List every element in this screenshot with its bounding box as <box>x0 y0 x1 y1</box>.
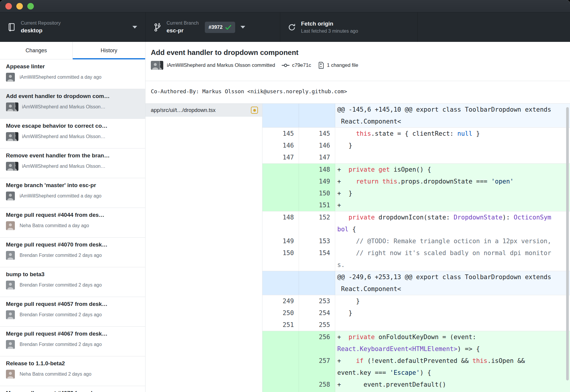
avatar-stack <box>6 162 18 171</box>
sync-icon <box>287 23 296 31</box>
avatar-stack <box>6 102 18 112</box>
tab-bar: Changes History <box>0 42 145 59</box>
commit-item-title: Move escape behavior to correct co… <box>6 123 139 129</box>
commit-item-title: Merge pull request #4057 from desk… <box>6 301 139 307</box>
commit-item-byline: Brendan Forster committed 2 days ago <box>6 310 139 320</box>
diff-old-line-number: 146 <box>262 140 299 151</box>
chevron-down-icon <box>240 26 245 29</box>
window-titlebar[interactable] <box>0 0 570 12</box>
diff-new-line-number: 148 <box>299 164 335 176</box>
commit-item-byline: Brendan Forster committed 2 days ago <box>6 340 139 349</box>
commit-list-item[interactable]: Appease linteriAmWillShepherd committed … <box>0 59 145 89</box>
minimize-button[interactable] <box>16 3 23 10</box>
diff-new-line-number: 145 <box>299 128 335 140</box>
pull-request-number: #3972 <box>209 24 223 30</box>
diff-new-line-number: 146 <box>299 140 335 151</box>
diff-line-context: 251255 <box>262 319 570 331</box>
close-button[interactable] <box>5 3 12 10</box>
commit-item-byline-text: iAmWillShepherd and Markus Olsson… <box>22 104 105 110</box>
commit-item-byline-text: Brendan Forster committed 2 days ago <box>20 312 102 317</box>
commit-item-byline: iAmWillShepherd and Markus Olsson… <box>6 162 139 171</box>
maximize-button[interactable] <box>27 3 34 10</box>
diff-old-line-number: 251 <box>262 319 299 331</box>
tab-history[interactable]: History <box>73 42 145 59</box>
avatar <box>6 192 15 200</box>
diff-old-line-number: 145 <box>262 128 299 140</box>
avatar <box>6 310 15 319</box>
commit-title: Add event handler to dropdown component <box>151 48 570 57</box>
diff-line-context: 146146 } <box>262 140 570 151</box>
app-window: Current Repository desktop Current Branc… <box>0 0 570 392</box>
commit-list-item[interactable]: Merge pull request #4072 from de… <box>0 386 145 392</box>
diff-code: // right now it's scaled badly on normal… <box>335 247 570 271</box>
avatar <box>6 162 15 171</box>
diff-old-line-number <box>262 199 299 211</box>
pull-request-badge[interactable]: #3972 <box>205 22 235 33</box>
avatar <box>6 251 15 260</box>
diff-code: } <box>335 307 570 319</box>
commit-item-byline-text: iAmWillShepherd and Markus Olsson… <box>22 164 105 169</box>
toolbar-filler <box>418 12 570 42</box>
diff-code: } <box>335 140 570 151</box>
diff-new-line-number: 256 <box>299 331 335 355</box>
diff-code: + this.props.onDropdownStateChanged('clo… <box>335 391 570 392</box>
commit-list-item[interactable]: Move escape behavior to correct co…iAmWi… <box>0 119 145 148</box>
changed-files-list: app/src/ui/t…/dropdown.tsx <box>145 104 262 392</box>
commit-item-title: Merge pull request #4072 from de… <box>6 390 139 392</box>
diff-hunk-header: @@ -249,6 +253,13 @@ export class Toolba… <box>262 271 570 295</box>
avatar-stack <box>6 251 16 260</box>
diff-code: @@ -249,6 +253,13 @@ export class Toolba… <box>335 271 570 295</box>
avatar <box>6 132 15 141</box>
tab-changes[interactable]: Changes <box>0 42 73 59</box>
commit-item-byline-text: Neha Batra committed 2 days ago <box>20 372 91 377</box>
commit-list-item[interactable]: Merge pull request #4067 from desk…Brend… <box>0 327 145 356</box>
diff-old-line-number <box>262 271 299 295</box>
diff-old-line-number <box>262 187 299 199</box>
avatar <box>6 221 15 230</box>
diff-line-added: 150+ } <box>262 187 570 199</box>
fetch-origin-title: Fetch origin <box>301 20 358 27</box>
file-diff-icon <box>318 62 324 69</box>
changed-file-row[interactable]: app/src/ui/t…/dropdown.tsx <box>145 104 262 117</box>
commit-item-byline-text: iAmWillShepherd committed a day ago <box>20 75 102 80</box>
commit-list-item[interactable]: bump to beta3Brendan Forster committed 2… <box>0 267 145 297</box>
commit-item-byline-text: Brendan Forster committed 2 days ago <box>20 282 102 288</box>
avatar <box>151 61 160 70</box>
commit-list-item[interactable]: Release to 1.1.0-beta2Neha Batra committ… <box>0 356 145 386</box>
commit-item-byline: Neha Batra committed a day ago <box>6 221 139 230</box>
diff-new-line-number: 153 <box>299 235 335 247</box>
avatar-stack <box>6 221 16 230</box>
avatar <box>6 102 15 111</box>
diff-line-added: 259+ this.props.onDropdownStateChanged('… <box>262 391 570 392</box>
diff-new-line-number: 255 <box>299 319 335 331</box>
commit-item-byline: iAmWillShepherd and Markus Olsson… <box>6 132 139 141</box>
commit-sha[interactable]: c79e71c <box>292 62 311 68</box>
commit-list-item[interactable]: Remove event handler from the bran…iAmWi… <box>0 148 145 178</box>
commit-item-byline-text: Brendan Forster committed 2 days ago <box>20 342 102 347</box>
commit-list-item[interactable]: Merge branch 'master' into esc-priAmWill… <box>0 178 145 208</box>
commit-list-item[interactable]: Merge pull request #4070 from desk…Brend… <box>0 238 145 267</box>
commit-item-byline: iAmWillShepherd committed a day ago <box>6 72 139 82</box>
scrollbar[interactable] <box>566 107 569 380</box>
toolbar: Current Repository desktop Current Branc… <box>0 12 570 42</box>
diff-new-line-number: 154 <box>299 247 335 271</box>
commit-list-item[interactable]: Add event handler to dropdown com…iAmWil… <box>0 89 145 119</box>
commit-item-byline: Neha Batra committed 2 days ago <box>6 369 139 379</box>
avatar <box>6 340 15 349</box>
commit-list-item[interactable]: Merge pull request #4044 from des…Neha B… <box>0 208 145 238</box>
chevron-down-icon <box>132 26 137 29</box>
diff-line-added: 258+ event.preventDefault() <box>262 379 570 391</box>
diff-code: @@ -145,6 +145,10 @@ export class Toolba… <box>335 104 570 127</box>
diff-old-line-number <box>262 331 299 355</box>
diff-code: + if (!event.defaultPrevented && this.is… <box>335 355 570 379</box>
diff-old-line-number <box>262 164 299 176</box>
current-branch-button[interactable]: Current Branch esc-pr #3972 <box>146 12 280 42</box>
current-repository-button[interactable]: Current Repository desktop <box>0 12 146 42</box>
diff-code: } <box>335 295 570 307</box>
fetch-origin-button[interactable]: Fetch origin Last fetched 3 minutes ago <box>280 12 418 42</box>
commit-item-title: Release to 1.1.0-beta2 <box>6 360 139 367</box>
commit-item-byline-text: iAmWillShepherd and Markus Olsson… <box>22 134 105 139</box>
diff-line-added: 256+ private onFoldoutKeyDown = (event:R… <box>262 331 570 355</box>
check-icon <box>225 25 231 30</box>
commit-list-item[interactable]: Merge pull request #4057 from desk…Brend… <box>0 297 145 327</box>
